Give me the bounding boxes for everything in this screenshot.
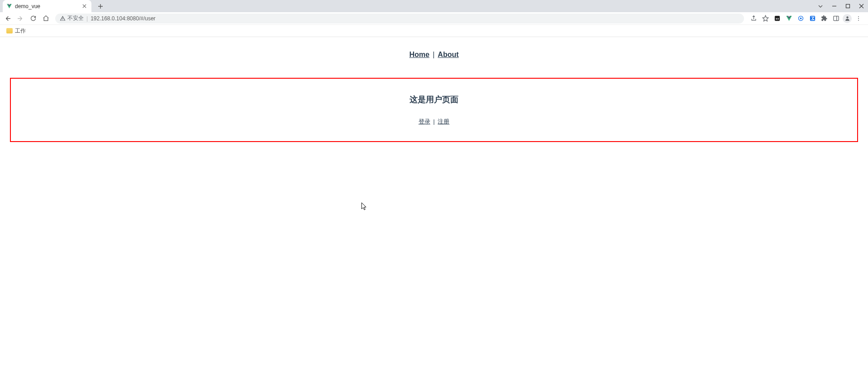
bookmark-label: 工作 <box>15 27 26 35</box>
cursor-icon <box>361 202 367 213</box>
browser-toolbar: 不安全 | 192.168.0.104:8080/#/user <box>0 12 868 25</box>
svg-point-5 <box>800 18 801 19</box>
close-tab-icon[interactable] <box>81 3 88 10</box>
extension-icon-4[interactable] <box>807 14 817 24</box>
forward-button[interactable] <box>15 14 25 24</box>
tab-strip: demo_vue <box>0 0 868 12</box>
back-button[interactable] <box>3 14 13 24</box>
bookmark-folder-work[interactable]: 工作 <box>5 26 28 36</box>
user-panel: 这是用户页面 登录 | 注册 <box>10 78 858 142</box>
extensions-puzzle-icon[interactable] <box>819 14 829 24</box>
maximize-button[interactable] <box>841 0 854 12</box>
svg-rect-0 <box>846 5 849 8</box>
page-content: Home | About 这是用户页面 登录 | 注册 <box>0 37 868 142</box>
tab-title: demo_vue <box>15 3 78 9</box>
side-panel-icon[interactable] <box>831 14 841 24</box>
svg-point-9 <box>846 16 848 18</box>
close-window-button[interactable] <box>854 0 868 12</box>
extension-vue-icon[interactable] <box>784 14 794 24</box>
login-link[interactable]: 登录 <box>419 118 430 125</box>
extension-icon-1[interactable] <box>772 14 782 24</box>
profile-avatar-icon[interactable] <box>843 14 852 23</box>
address-bar[interactable]: 不安全 | 192.168.0.104:8080/#/user <box>55 14 744 24</box>
svg-rect-7 <box>833 16 838 21</box>
svg-rect-1 <box>774 16 779 21</box>
page-heading: 这是用户页面 <box>410 94 458 105</box>
share-icon[interactable] <box>749 14 758 24</box>
omnibox-divider: | <box>86 15 88 22</box>
nav-about-link[interactable]: About <box>438 51 458 58</box>
minimize-button[interactable] <box>827 0 841 12</box>
svg-point-12 <box>858 20 859 21</box>
reload-button[interactable] <box>28 14 38 24</box>
folder-icon <box>6 28 13 33</box>
window-controls <box>814 0 868 12</box>
nav-separator: | <box>433 51 434 58</box>
sub-links: 登录 | 注册 <box>419 118 450 126</box>
svg-point-2 <box>776 19 777 20</box>
svg-point-10 <box>858 16 859 17</box>
extension-icon-3[interactable] <box>796 14 806 24</box>
new-tab-button[interactable] <box>94 0 107 12</box>
warning-icon <box>60 15 66 21</box>
chrome-menu-icon[interactable] <box>854 14 863 24</box>
toolbar-right-icons <box>749 14 865 24</box>
svg-point-11 <box>858 18 859 19</box>
vue-favicon-icon <box>6 3 12 9</box>
svg-point-3 <box>777 19 779 20</box>
nav-links: Home | About <box>409 51 458 59</box>
security-indicator[interactable]: 不安全 <box>60 14 84 22</box>
sub-separator: | <box>433 118 434 125</box>
register-link[interactable]: 注册 <box>438 118 449 125</box>
bookmarks-bar: 工作 <box>0 25 868 37</box>
tab-search-button[interactable] <box>814 0 827 12</box>
security-label: 不安全 <box>67 14 84 22</box>
home-button[interactable] <box>41 14 51 24</box>
bookmark-star-icon[interactable] <box>760 14 770 24</box>
url-text: 192.168.0.104:8080/#/user <box>91 15 739 22</box>
browser-tab[interactable]: demo_vue <box>3 0 91 12</box>
nav-home-link[interactable]: Home <box>409 51 429 58</box>
